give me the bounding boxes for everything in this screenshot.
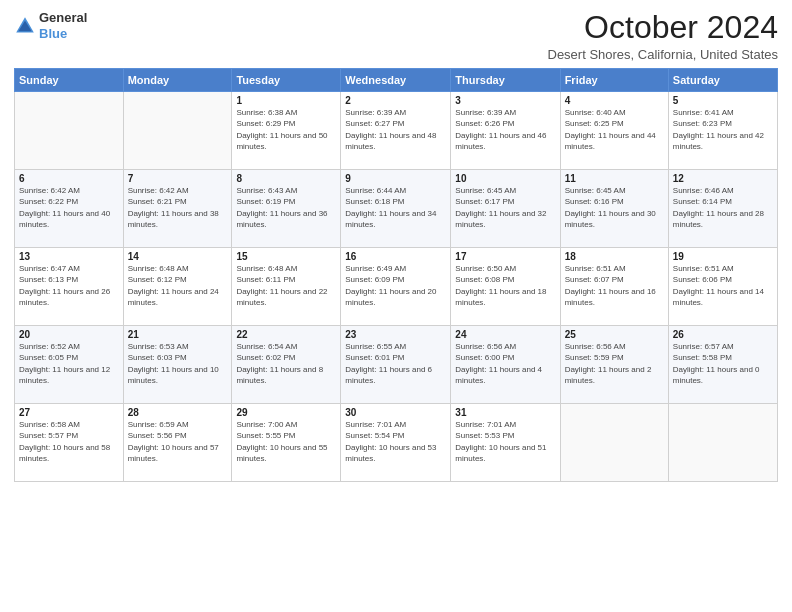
calendar-cell: 27Sunrise: 6:58 AM Sunset: 5:57 PM Dayli… xyxy=(15,404,124,482)
day-number: 5 xyxy=(673,95,773,106)
calendar-cell: 9Sunrise: 6:44 AM Sunset: 6:18 PM Daylig… xyxy=(341,170,451,248)
day-info: Sunrise: 6:43 AM Sunset: 6:19 PM Dayligh… xyxy=(236,185,336,230)
day-info: Sunrise: 6:45 AM Sunset: 6:16 PM Dayligh… xyxy=(565,185,664,230)
calendar-cell: 8Sunrise: 6:43 AM Sunset: 6:19 PM Daylig… xyxy=(232,170,341,248)
day-info: Sunrise: 6:53 AM Sunset: 6:03 PM Dayligh… xyxy=(128,341,228,386)
calendar-cell: 5Sunrise: 6:41 AM Sunset: 6:23 PM Daylig… xyxy=(668,92,777,170)
logo-text: General Blue xyxy=(39,10,87,41)
day-info: Sunrise: 6:47 AM Sunset: 6:13 PM Dayligh… xyxy=(19,263,119,308)
day-info: Sunrise: 6:57 AM Sunset: 5:58 PM Dayligh… xyxy=(673,341,773,386)
day-number: 8 xyxy=(236,173,336,184)
logo-icon xyxy=(14,15,36,37)
day-info: Sunrise: 6:41 AM Sunset: 6:23 PM Dayligh… xyxy=(673,107,773,152)
day-number: 24 xyxy=(455,329,555,340)
day-number: 7 xyxy=(128,173,228,184)
day-info: Sunrise: 6:38 AM Sunset: 6:29 PM Dayligh… xyxy=(236,107,336,152)
day-info: Sunrise: 6:58 AM Sunset: 5:57 PM Dayligh… xyxy=(19,419,119,464)
day-number: 30 xyxy=(345,407,446,418)
day-number: 27 xyxy=(19,407,119,418)
day-info: Sunrise: 6:56 AM Sunset: 5:59 PM Dayligh… xyxy=(565,341,664,386)
day-info: Sunrise: 6:45 AM Sunset: 6:17 PM Dayligh… xyxy=(455,185,555,230)
calendar-cell: 1Sunrise: 6:38 AM Sunset: 6:29 PM Daylig… xyxy=(232,92,341,170)
title-block: October 2024 Desert Shores, California, … xyxy=(548,10,779,62)
calendar-cell xyxy=(560,404,668,482)
day-info: Sunrise: 6:48 AM Sunset: 6:12 PM Dayligh… xyxy=(128,263,228,308)
calendar-cell: 16Sunrise: 6:49 AM Sunset: 6:09 PM Dayli… xyxy=(341,248,451,326)
calendar-cell: 15Sunrise: 6:48 AM Sunset: 6:11 PM Dayli… xyxy=(232,248,341,326)
calendar-cell xyxy=(15,92,124,170)
calendar-cell: 14Sunrise: 6:48 AM Sunset: 6:12 PM Dayli… xyxy=(123,248,232,326)
day-number: 11 xyxy=(565,173,664,184)
day-info: Sunrise: 7:01 AM Sunset: 5:54 PM Dayligh… xyxy=(345,419,446,464)
day-number: 29 xyxy=(236,407,336,418)
calendar-cell: 25Sunrise: 6:56 AM Sunset: 5:59 PM Dayli… xyxy=(560,326,668,404)
calendar-cell: 4Sunrise: 6:40 AM Sunset: 6:25 PM Daylig… xyxy=(560,92,668,170)
calendar-cell: 24Sunrise: 6:56 AM Sunset: 6:00 PM Dayli… xyxy=(451,326,560,404)
calendar-cell: 26Sunrise: 6:57 AM Sunset: 5:58 PM Dayli… xyxy=(668,326,777,404)
calendar-cell: 6Sunrise: 6:42 AM Sunset: 6:22 PM Daylig… xyxy=(15,170,124,248)
week-row-4: 20Sunrise: 6:52 AM Sunset: 6:05 PM Dayli… xyxy=(15,326,778,404)
calendar-cell: 31Sunrise: 7:01 AM Sunset: 5:53 PM Dayli… xyxy=(451,404,560,482)
week-row-3: 13Sunrise: 6:47 AM Sunset: 6:13 PM Dayli… xyxy=(15,248,778,326)
day-number: 13 xyxy=(19,251,119,262)
day-info: Sunrise: 6:50 AM Sunset: 6:08 PM Dayligh… xyxy=(455,263,555,308)
day-number: 4 xyxy=(565,95,664,106)
day-number: 12 xyxy=(673,173,773,184)
day-number: 6 xyxy=(19,173,119,184)
day-number: 9 xyxy=(345,173,446,184)
day-number: 21 xyxy=(128,329,228,340)
calendar-cell: 21Sunrise: 6:53 AM Sunset: 6:03 PM Dayli… xyxy=(123,326,232,404)
calendar-cell: 20Sunrise: 6:52 AM Sunset: 6:05 PM Dayli… xyxy=(15,326,124,404)
day-info: Sunrise: 6:49 AM Sunset: 6:09 PM Dayligh… xyxy=(345,263,446,308)
calendar-cell: 3Sunrise: 6:39 AM Sunset: 6:26 PM Daylig… xyxy=(451,92,560,170)
day-info: Sunrise: 6:44 AM Sunset: 6:18 PM Dayligh… xyxy=(345,185,446,230)
day-number: 25 xyxy=(565,329,664,340)
weekday-header-row: SundayMondayTuesdayWednesdayThursdayFrid… xyxy=(15,69,778,92)
week-row-2: 6Sunrise: 6:42 AM Sunset: 6:22 PM Daylig… xyxy=(15,170,778,248)
calendar-cell: 2Sunrise: 6:39 AM Sunset: 6:27 PM Daylig… xyxy=(341,92,451,170)
calendar: SundayMondayTuesdayWednesdayThursdayFrid… xyxy=(14,68,778,482)
day-number: 3 xyxy=(455,95,555,106)
day-info: Sunrise: 6:48 AM Sunset: 6:11 PM Dayligh… xyxy=(236,263,336,308)
day-info: Sunrise: 6:46 AM Sunset: 6:14 PM Dayligh… xyxy=(673,185,773,230)
day-number: 23 xyxy=(345,329,446,340)
calendar-cell: 13Sunrise: 6:47 AM Sunset: 6:13 PM Dayli… xyxy=(15,248,124,326)
day-number: 14 xyxy=(128,251,228,262)
day-number: 1 xyxy=(236,95,336,106)
logo-blue: Blue xyxy=(39,26,67,41)
logo: General Blue xyxy=(14,10,87,41)
day-number: 31 xyxy=(455,407,555,418)
calendar-cell: 22Sunrise: 6:54 AM Sunset: 6:02 PM Dayli… xyxy=(232,326,341,404)
calendar-cell: 10Sunrise: 6:45 AM Sunset: 6:17 PM Dayli… xyxy=(451,170,560,248)
day-number: 18 xyxy=(565,251,664,262)
day-info: Sunrise: 6:39 AM Sunset: 6:26 PM Dayligh… xyxy=(455,107,555,152)
weekday-header-saturday: Saturday xyxy=(668,69,777,92)
day-info: Sunrise: 6:42 AM Sunset: 6:22 PM Dayligh… xyxy=(19,185,119,230)
day-number: 15 xyxy=(236,251,336,262)
day-info: Sunrise: 6:42 AM Sunset: 6:21 PM Dayligh… xyxy=(128,185,228,230)
week-row-1: 1Sunrise: 6:38 AM Sunset: 6:29 PM Daylig… xyxy=(15,92,778,170)
weekday-header-sunday: Sunday xyxy=(15,69,124,92)
page: General Blue October 2024 Desert Shores,… xyxy=(0,0,792,612)
day-number: 26 xyxy=(673,329,773,340)
day-number: 17 xyxy=(455,251,555,262)
calendar-cell: 19Sunrise: 6:51 AM Sunset: 6:06 PM Dayli… xyxy=(668,248,777,326)
location: Desert Shores, California, United States xyxy=(548,47,779,62)
day-info: Sunrise: 6:51 AM Sunset: 6:06 PM Dayligh… xyxy=(673,263,773,308)
day-info: Sunrise: 6:55 AM Sunset: 6:01 PM Dayligh… xyxy=(345,341,446,386)
logo-general: General xyxy=(39,10,87,25)
weekday-header-monday: Monday xyxy=(123,69,232,92)
calendar-cell: 17Sunrise: 6:50 AM Sunset: 6:08 PM Dayli… xyxy=(451,248,560,326)
day-info: Sunrise: 6:56 AM Sunset: 6:00 PM Dayligh… xyxy=(455,341,555,386)
day-info: Sunrise: 7:00 AM Sunset: 5:55 PM Dayligh… xyxy=(236,419,336,464)
calendar-cell: 18Sunrise: 6:51 AM Sunset: 6:07 PM Dayli… xyxy=(560,248,668,326)
day-info: Sunrise: 6:54 AM Sunset: 6:02 PM Dayligh… xyxy=(236,341,336,386)
calendar-cell: 23Sunrise: 6:55 AM Sunset: 6:01 PM Dayli… xyxy=(341,326,451,404)
calendar-cell: 29Sunrise: 7:00 AM Sunset: 5:55 PM Dayli… xyxy=(232,404,341,482)
day-number: 28 xyxy=(128,407,228,418)
week-row-5: 27Sunrise: 6:58 AM Sunset: 5:57 PM Dayli… xyxy=(15,404,778,482)
day-info: Sunrise: 7:01 AM Sunset: 5:53 PM Dayligh… xyxy=(455,419,555,464)
weekday-header-tuesday: Tuesday xyxy=(232,69,341,92)
calendar-cell: 11Sunrise: 6:45 AM Sunset: 6:16 PM Dayli… xyxy=(560,170,668,248)
weekday-header-wednesday: Wednesday xyxy=(341,69,451,92)
